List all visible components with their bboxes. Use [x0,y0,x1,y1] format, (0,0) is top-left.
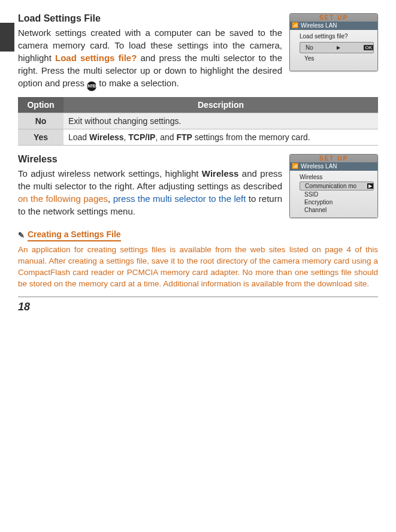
options-table: Option Description No Exit without chang… [18,97,378,146]
th-option: Option [18,97,64,113]
screen2-list: Communication mo ▶ SSID Encryption Chann… [294,182,374,214]
section2-text: Wireless To adjust wireless network sett… [18,154,282,217]
screen2-item-encryption: Encryption [300,198,374,206]
section-wireless: Wireless To adjust wireless network sett… [18,154,378,218]
screen2-title: SET UP [290,155,377,162]
side-tab [0,23,14,52]
td-opt-yes: Yes [18,129,64,145]
yd-post: settings from the memory card. [192,132,310,142]
td-desc-yes: Load Wireless, TCP/IP, and FTP settings … [64,129,378,145]
screen1-question: Load settings file? [294,32,374,42]
screen1-title: SET UP [290,14,377,22]
p2-comma: , [108,194,113,204]
section1-heading: Load Settings File [18,13,282,24]
screen2-item-ssid: SSID [300,191,374,198]
yd-b1: Wireless [89,132,123,142]
screen2-item-channel: Channel [300,206,374,214]
yd-pre: Load [68,132,89,142]
note-heading-text: Creating a Settings File [28,229,121,241]
page-number: 18 [18,297,378,313]
screen2-subhead: Wireless [294,173,374,182]
p1-post: to make a selection. [96,78,179,88]
section1-text: Load Settings File Network settings crea… [18,13,282,90]
play-icon: ▶ [337,45,340,50]
screen1-option-no: No ▶ OK [300,42,374,53]
screen2-sub: Wireless LAN [290,162,377,171]
th-description: Description [64,97,378,113]
screen1-sub: Wireless LAN [290,22,377,30]
note-heading: ✎ Creating a Settings File [18,229,378,241]
screen1-ok: OK [364,45,373,50]
section2-heading: Wireless [18,154,282,165]
screen2-panel: Wireless Communication mo ▶ SSID Encrypt… [290,171,377,217]
pencil-icon: ✎ [18,229,25,241]
p2-b1: Wireless [202,168,239,179]
right-triangle-icon: ▶ [367,183,373,189]
screen-wireless: SET UP Wireless LAN Wireless Communicati… [289,154,378,218]
note-body: An application for creating settings fil… [18,244,378,289]
note-section: ✎ Creating a Settings File An applicatio… [18,218,378,289]
screen1-no-label: No [306,44,313,51]
table-row: No Exit without changing settings. [18,113,378,129]
yd-s2: , and [155,132,176,142]
screen-load-settings: SET UP Wireless LAN Load settings file? … [289,13,378,71]
section1-paragraph: Network settings created with a computer… [18,26,282,90]
td-opt-no: No [18,113,64,129]
p2-orange: on the following pages [18,194,108,204]
table-header-row: Option Description [18,97,378,113]
screen1-option-yes: Yes [294,53,374,64]
enter-icon: ENTER [87,81,96,91]
page: Load Settings File Network settings crea… [0,0,396,325]
screen2-item-comm: Communication mo ▶ [300,182,374,191]
yd-b3: FTP [176,132,192,142]
p2-link: press the multi selector to the left [113,194,246,204]
p1-highlight: Load settings file? [55,53,137,63]
section2-paragraph: To adjust wireless network settings, hig… [18,167,282,217]
section-load-settings: Load Settings File Network settings crea… [18,13,378,90]
yd-b2: TCP/IP [128,132,155,142]
screen1-panel: Load settings file? No ▶ OK Yes [290,30,377,71]
td-desc-no: Exit without changing settings. [64,113,378,129]
table-row: Yes Load Wireless, TCP/IP, and FTP setti… [18,129,378,145]
p2-pre: To adjust wireless network settings, hig… [18,168,202,179]
screen2-item0: Communication mo [305,183,356,189]
